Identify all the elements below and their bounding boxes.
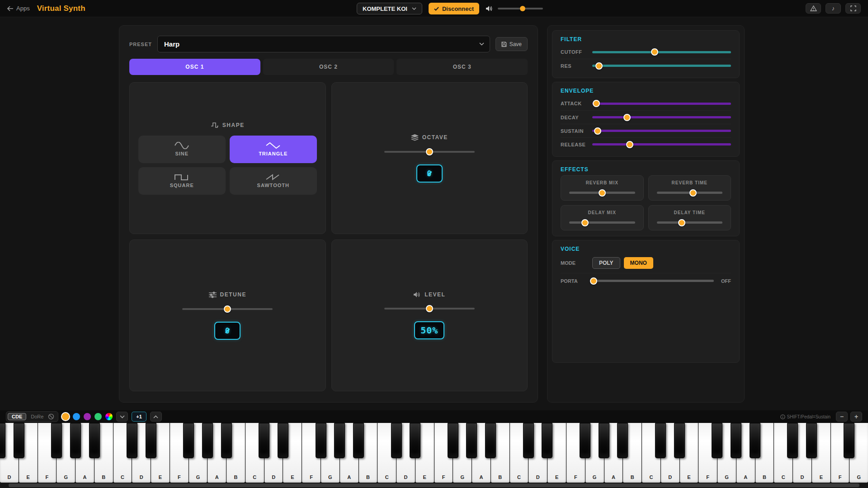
music-button[interactable]: ♪: [826, 3, 841, 14]
sustain-slider[interactable]: [592, 130, 731, 132]
volume-knob[interactable]: [520, 6, 525, 11]
tab-osc3[interactable]: OSC 3: [396, 59, 528, 75]
shape-option-sine[interactable]: SINE: [138, 136, 226, 163]
attack-knob[interactable]: [593, 100, 600, 107]
piano-key-black[interactable]: [523, 423, 534, 458]
res-slider[interactable]: [592, 65, 731, 67]
res-knob[interactable]: [595, 62, 603, 70]
key-color-green[interactable]: [94, 413, 102, 420]
keyboard-zoom-out-button[interactable]: −: [836, 412, 848, 422]
piano-key-black[interactable]: [410, 423, 420, 458]
piano-key-black[interactable]: [655, 423, 666, 458]
keyboard-scrollbar[interactable]: [0, 483, 868, 488]
piano-key-black[interactable]: [89, 423, 100, 458]
level-slider[interactable]: [384, 308, 475, 310]
octave-shift-indicator[interactable]: +1: [132, 412, 146, 422]
piano-key-black[interactable]: [202, 423, 213, 458]
piano-key-black[interactable]: [787, 423, 798, 458]
delay-mix-slider[interactable]: [569, 221, 635, 224]
detune-slider[interactable]: [182, 308, 273, 310]
piano-key-black[interactable]: [485, 423, 496, 458]
preset-select[interactable]: Harp: [157, 36, 490, 52]
reverb-mix-slider[interactable]: [569, 192, 635, 194]
cutoff-knob[interactable]: [651, 48, 658, 56]
keyboard-zoom-in-button[interactable]: +: [850, 412, 862, 422]
volume-slider[interactable]: [498, 8, 543, 9]
piano-key-black[interactable]: [617, 423, 628, 458]
back-to-apps[interactable]: Apps: [7, 5, 30, 12]
tab-osc2[interactable]: OSC 2: [263, 59, 394, 75]
warning-button[interactable]: [806, 3, 821, 14]
piano-key-black[interactable]: [542, 423, 552, 458]
cutoff-slider[interactable]: [592, 51, 731, 53]
decay-knob[interactable]: [623, 114, 631, 121]
octave-knob[interactable]: [426, 148, 433, 155]
reverb-mix-knob[interactable]: [599, 189, 606, 197]
delay-time-knob[interactable]: [678, 219, 685, 226]
piano-key-black[interactable]: [14, 423, 24, 458]
porta-knob[interactable]: [590, 277, 597, 285]
key-color-blue[interactable]: [73, 413, 80, 420]
piano-key-black[interactable]: [712, 423, 722, 458]
piano-key-black[interactable]: [316, 423, 326, 458]
piano-key-black[interactable]: [146, 423, 156, 458]
sine-wave-icon: [174, 142, 189, 149]
piano-key-black[interactable]: [70, 423, 81, 458]
mode-poly-button[interactable]: POLY: [592, 257, 620, 269]
detune-knob[interactable]: [224, 305, 231, 313]
level-knob[interactable]: [426, 305, 433, 312]
piano-key-black[interactable]: [599, 423, 609, 458]
piano-key-black[interactable]: [278, 423, 288, 458]
piano-key-black[interactable]: [448, 423, 458, 458]
warning-icon: [810, 5, 817, 11]
piano-key-black[interactable]: [127, 423, 137, 458]
delay-mix-knob[interactable]: [581, 219, 589, 226]
piano-key-black[interactable]: [466, 423, 477, 458]
note-naming-cde[interactable]: CDE: [8, 413, 26, 420]
fullscreen-button[interactable]: [845, 3, 861, 14]
key-color-purple[interactable]: [84, 413, 91, 420]
piano-key-black[interactable]: [580, 423, 590, 458]
piano-key-black[interactable]: [334, 423, 345, 458]
piano-key-black[interactable]: [391, 423, 402, 458]
piano-key-black[interactable]: [183, 423, 194, 458]
key-color-rainbow[interactable]: [105, 413, 113, 420]
midi-device-select[interactable]: KOMPLETE KOI: [357, 3, 422, 14]
octave-up-button[interactable]: [150, 412, 162, 422]
piano-key-black[interactable]: [750, 423, 760, 458]
octave-down-button[interactable]: [116, 412, 128, 422]
delay-time-slider[interactable]: [657, 221, 723, 224]
key-color-orange[interactable]: [62, 413, 69, 420]
piano-key-black[interactable]: [674, 423, 685, 458]
release-knob[interactable]: [626, 141, 633, 148]
mode-mono-button[interactable]: MONO: [624, 257, 653, 269]
release-slider[interactable]: [592, 143, 731, 145]
decay-slider[interactable]: [592, 116, 731, 118]
porta-row: PORTA OFF: [561, 273, 731, 288]
note-naming-dore[interactable]: DoRe: [29, 414, 45, 419]
shape-option-square[interactable]: SQUARE: [138, 167, 226, 195]
octave-slider[interactable]: [384, 151, 475, 153]
piano-key-label: C: [642, 474, 660, 480]
shape-option-triangle[interactable]: TRIANGLE: [230, 136, 317, 163]
shape-option-sawtooth[interactable]: SAWTOOTH: [230, 167, 317, 195]
piano-key-black[interactable]: [259, 423, 269, 458]
disconnect-button[interactable]: Disconnect: [429, 3, 479, 14]
porta-slider[interactable]: [592, 280, 714, 282]
reverb-time-slider[interactable]: [657, 192, 723, 194]
preset-label: PRESET: [129, 42, 152, 47]
keyboard-scrollbar-thumb[interactable]: [9, 483, 859, 487]
piano-key-black[interactable]: [806, 423, 817, 458]
piano-key-black[interactable]: [731, 423, 741, 458]
piano-key-black[interactable]: [221, 423, 232, 458]
reverb-time-knob[interactable]: [689, 189, 697, 197]
piano-key-black[interactable]: [51, 423, 62, 458]
tab-osc1[interactable]: OSC 1: [129, 59, 260, 75]
piano-key-black[interactable]: [844, 423, 854, 458]
attack-slider[interactable]: [592, 103, 731, 105]
save-button[interactable]: Save: [495, 37, 528, 51]
piano-key-black[interactable]: [353, 423, 364, 458]
no-labels-icon[interactable]: [48, 413, 54, 420]
piano-key-black[interactable]: [0, 423, 5, 458]
sustain-knob[interactable]: [594, 127, 601, 135]
